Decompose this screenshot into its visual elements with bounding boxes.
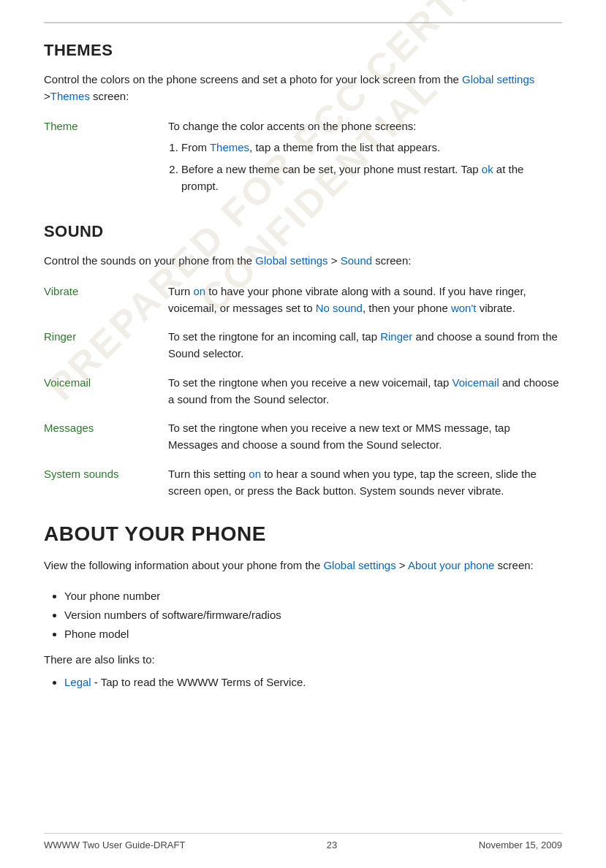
- ringer-row: Ringer To set the ringtone for an incomi…: [44, 328, 562, 362]
- theme-row: Theme To change the color accents on the…: [44, 118, 562, 199]
- system-sounds-on-link[interactable]: on: [249, 468, 261, 480]
- legal-after: - Tap to read the WWWW Terms of Service.: [91, 676, 306, 688]
- footer: WWWW Two User Guide-DRAFT 23 November 15…: [44, 833, 562, 850]
- step2-before: Before a new theme can be set, your phon…: [181, 163, 482, 175]
- wont-link[interactable]: won't: [451, 302, 477, 314]
- about-intro: View the following information about you…: [44, 557, 562, 574]
- vibrate-on-link[interactable]: on: [193, 285, 205, 297]
- footer-page: 23: [185, 840, 478, 850]
- voicemail-def: To set the ringtone when you receive a n…: [168, 374, 562, 408]
- themes-intro-after: screen:: [90, 90, 129, 102]
- themes-intro: Control the colors on the phone screens …: [44, 72, 562, 104]
- ok-link[interactable]: ok: [482, 163, 493, 175]
- about-intro-before: View the following information about you…: [44, 559, 323, 571]
- sound-intro-after: screen:: [372, 254, 411, 267]
- sound-intro-before: Control the sounds on your phone from th…: [44, 254, 255, 267]
- sound-heading: SOUND: [44, 222, 562, 241]
- messages-label: Messages: [44, 419, 168, 454]
- no-sound-link[interactable]: No sound: [316, 302, 363, 314]
- messages-row: Messages To set the ringtone when you re…: [44, 419, 562, 454]
- theme-step-1: From Themes, tap a theme from the list t…: [181, 139, 562, 156]
- theme-label: Theme: [44, 118, 168, 199]
- theme-def-text: To change the color accents on the phone…: [168, 120, 416, 132]
- global-settings-link-themes[interactable]: Global settings: [462, 73, 534, 85]
- vibrate-label: Vibrate: [44, 283, 168, 317]
- themes-intro-before: Control the colors on the phone screens …: [44, 73, 462, 85]
- ringer-link[interactable]: Ringer: [380, 330, 412, 343]
- about-heading: ABOUT YOUR PHONE: [44, 522, 562, 546]
- step1-after: , tap a theme from the list that appears…: [249, 141, 440, 153]
- about-bullets: Your phone number Version numbers of sof…: [64, 587, 562, 643]
- sound-section: SOUND Control the sounds on your phone f…: [44, 222, 562, 499]
- themes-link[interactable]: Themes: [50, 90, 90, 102]
- messages-def: To set the ringtone when you receive a n…: [168, 419, 562, 454]
- voicemail-link[interactable]: Voicemail: [452, 376, 499, 389]
- theme-step-2: Before a new theme can be set, your phon…: [181, 161, 562, 195]
- about-section: ABOUT YOUR PHONE View the following info…: [44, 522, 562, 691]
- system-sounds-row: System sounds Turn this setting on to he…: [44, 465, 562, 500]
- sound-intro-between: >: [328, 254, 341, 267]
- vibrate-def: Turn on to have your phone vibrate along…: [168, 283, 562, 317]
- legal-link[interactable]: Legal: [64, 676, 91, 688]
- about-intro-between: >: [396, 559, 408, 571]
- sound-intro: Control the sounds on your phone from th…: [44, 253, 562, 270]
- global-settings-link-about[interactable]: Global settings: [323, 559, 395, 571]
- global-settings-link-sound[interactable]: Global settings: [255, 254, 327, 267]
- vibrate-row: Vibrate Turn on to have your phone vibra…: [44, 283, 562, 317]
- footer-left: WWWW Two User Guide-DRAFT: [44, 840, 185, 850]
- themes-heading: THEMES: [44, 41, 562, 60]
- ringer-def: To set the ringtone for an incoming call…: [168, 328, 562, 362]
- themes-intro-between: >: [44, 90, 50, 102]
- sound-link[interactable]: Sound: [341, 254, 372, 267]
- ringer-label: Ringer: [44, 328, 168, 362]
- top-border: [44, 22, 562, 23]
- footer-right: November 15, 2009: [479, 840, 562, 850]
- themes-step1-link[interactable]: Themes: [210, 141, 249, 153]
- also-text: There are also links to:: [44, 652, 562, 669]
- theme-steps: From Themes, tap a theme from the list t…: [181, 139, 562, 194]
- bullet-phone-model: Phone model: [64, 625, 562, 643]
- step1-before: From: [181, 141, 210, 153]
- system-sounds-def: Turn this setting on to hear a sound whe…: [168, 465, 562, 500]
- voicemail-row: Voicemail To set the ringtone when you r…: [44, 374, 562, 408]
- about-your-phone-link[interactable]: About your phone: [408, 559, 494, 571]
- theme-def: To change the color accents on the phone…: [168, 118, 562, 199]
- voicemail-label: Voicemail: [44, 374, 168, 408]
- themes-section: THEMES Control the colors on the phone s…: [44, 41, 562, 199]
- bullet-phone-number: Your phone number: [64, 587, 562, 605]
- bullet-version-numbers: Version numbers of software/firmware/rad…: [64, 606, 562, 624]
- also-bullets: Legal - Tap to read the WWWW Terms of Se…: [64, 674, 562, 691]
- system-sounds-label: System sounds: [44, 465, 168, 500]
- legal-bullet: Legal - Tap to read the WWWW Terms of Se…: [64, 674, 562, 691]
- about-intro-after: screen:: [494, 559, 533, 571]
